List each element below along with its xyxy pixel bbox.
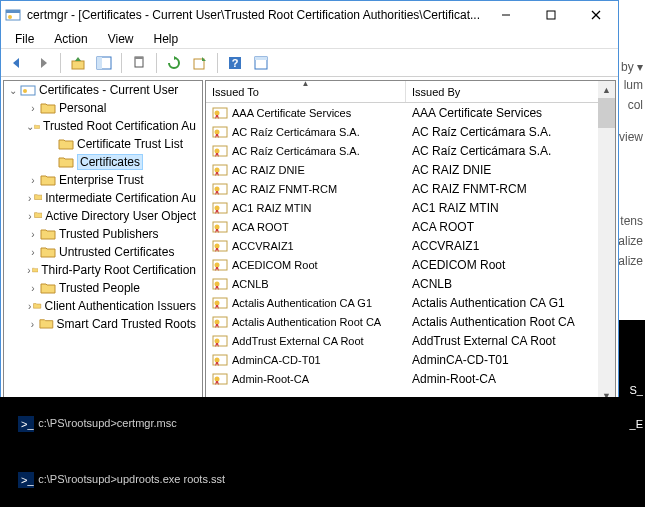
window-title: certmgr - [Certificates - Current User\T… [27,8,483,22]
cell-issued-to: ACCVRAIZ1 [206,239,406,253]
svg-point-34 [215,243,220,248]
tree-item[interactable]: ›Trusted People [4,279,202,297]
menu-view[interactable]: View [100,30,142,48]
export-button[interactable] [188,51,212,75]
folder-icon [40,281,56,295]
list-row[interactable]: ACCVRAIZ1ACCVRAIZ1 [206,236,615,255]
folder-icon [34,119,40,133]
tree-item[interactable]: ›Enterprise Trust [4,171,202,189]
certificate-icon [212,258,228,272]
help-button[interactable]: ? [223,51,247,75]
tree-item-label: Certificate Trust List [77,137,183,151]
tree-item[interactable]: ›Untrusted Certificates [4,243,202,261]
column-issued-to[interactable]: Issued To ▲ [206,81,406,102]
cell-issued-to: Actalis Authentication Root CA [206,315,406,329]
certificate-icon [212,353,228,367]
list-row[interactable]: AddTrust External CA RootAddTrust Extern… [206,331,615,350]
close-button[interactable] [573,1,618,29]
up-button[interactable] [66,51,90,75]
scroll-track[interactable] [598,98,615,387]
show-hide-tree-button[interactable] [92,51,116,75]
tree-item[interactable]: ›Client Authentication Issuers [4,297,202,315]
refresh-button[interactable] [162,51,186,75]
svg-point-44 [215,338,220,343]
tree-item[interactable]: Certificates [4,153,202,171]
tree-item[interactable]: ›Third-Party Root Certification [4,261,202,279]
bg-text: alize [618,254,643,268]
menu-file[interactable]: File [7,30,42,48]
tree-item[interactable]: ›Trusted Publishers [4,225,202,243]
tree-root[interactable]: ⌄ Certificates - Current User [4,81,202,99]
expand-icon[interactable]: › [26,281,40,295]
column-label: Issued By [412,86,460,98]
expand-icon[interactable]: › [26,245,40,259]
svg-point-20 [215,110,220,115]
menu-help[interactable]: Help [146,30,187,48]
cell-issued-to: AAA Certificate Services [206,106,406,120]
cell-issued-by: AC Raíz Certicámara S.A. [406,144,615,158]
svg-rect-16 [255,57,267,60]
list-row[interactable]: AC Raíz Certicámara S.A.AC Raíz Certicám… [206,141,615,160]
list-row[interactable]: Actalis Authentication CA G1Actalis Auth… [206,293,615,312]
certificate-icon [212,182,228,196]
expand-icon[interactable]: › [26,317,39,331]
expand-icon[interactable]: › [26,173,40,187]
svg-point-30 [215,205,220,210]
maximize-button[interactable] [528,1,573,29]
cell-issued-by: ACCVRAIZ1 [406,239,615,253]
cell-issued-by: ACNLB [406,277,615,291]
list-row[interactable]: AC Raíz Certicámara S.A.AC Raíz Certicám… [206,122,615,141]
list-row[interactable]: Actalis Authentication Root CAActalis Au… [206,312,615,331]
tree-item[interactable]: ⌄Trusted Root Certification Au [4,117,202,135]
cell-issued-to: ACNLB [206,277,406,291]
expand-icon[interactable]: › [26,299,33,313]
expand-icon[interactable]: › [26,101,40,115]
tree-item-label: Trusted Root Certification Au [43,119,196,133]
scroll-thumb[interactable] [598,98,615,128]
collapse-icon[interactable]: ⌄ [6,83,20,97]
bg-text: lum [624,78,643,92]
column-issued-by[interactable]: Issued By [406,81,615,102]
cell-issued-by: Admin-Root-CA [406,372,615,386]
list-row[interactable]: ACEDICOM RootACEDICOM Root [206,255,615,274]
expand-icon[interactable]: › [26,191,34,205]
cert-root-icon [20,83,36,97]
tree-pane[interactable]: ⌄ Certificates - Current User ›Personal⌄… [3,80,203,422]
certificate-icon [212,163,228,177]
copy-button[interactable] [127,51,151,75]
expand-icon[interactable]: › [26,227,40,241]
forward-button[interactable] [31,51,55,75]
list-row[interactable]: ACNLBACNLB [206,274,615,293]
properties-button[interactable] [249,51,273,75]
list-row[interactable]: AC1 RAIZ MTINAC1 RAIZ MTIN [206,198,615,217]
back-button[interactable] [5,51,29,75]
list-row[interactable]: AAA Certificate ServicesAAA Certificate … [206,103,615,122]
tree-item-label: Third-Party Root Certification [41,263,196,277]
tree-item[interactable]: ›Active Directory User Object [4,207,202,225]
menu-action[interactable]: Action [46,30,95,48]
tree-item[interactable]: ›Personal [4,99,202,117]
dark-text: S_ [630,384,643,396]
list-body[interactable]: AAA Certificate ServicesAAA Certificate … [206,103,615,421]
list-row[interactable]: AC RAIZ DNIEAC RAIZ DNIE [206,160,615,179]
tree-item[interactable]: Certificate Trust List [4,135,202,153]
expand-icon[interactable]: ⌄ [26,119,34,133]
list-row[interactable]: Admin-Root-CAAdmin-Root-CA [206,369,615,388]
svg-point-40 [215,300,220,305]
list-row[interactable]: AC RAIZ FNMT-RCMAC RAIZ FNMT-RCM [206,179,615,198]
list-row[interactable]: ACA ROOTACA ROOT [206,217,615,236]
toolbar-separator [217,53,218,73]
expand-icon[interactable]: › [26,209,34,223]
folder-icon [40,245,56,259]
minimize-button[interactable] [483,1,528,29]
tree-item[interactable]: ›Intermediate Certification Au [4,189,202,207]
scroll-up-button[interactable]: ▲ [598,81,615,98]
list-row[interactable]: AdminCA-CD-T01AdminCA-CD-T01 [206,350,615,369]
vertical-scrollbar[interactable]: ▲ ▼ [598,81,615,404]
svg-rect-1 [6,10,20,13]
bg-text: col [628,98,643,112]
cell-issued-by: AC RAIZ DNIE [406,163,615,177]
dark-text: _E [630,418,643,430]
console[interactable]: >_c:\PS\rootsupd>certmgr.msc >_c:\PS\roo… [0,397,645,507]
tree-item[interactable]: ›Smart Card Trusted Roots [4,315,202,333]
